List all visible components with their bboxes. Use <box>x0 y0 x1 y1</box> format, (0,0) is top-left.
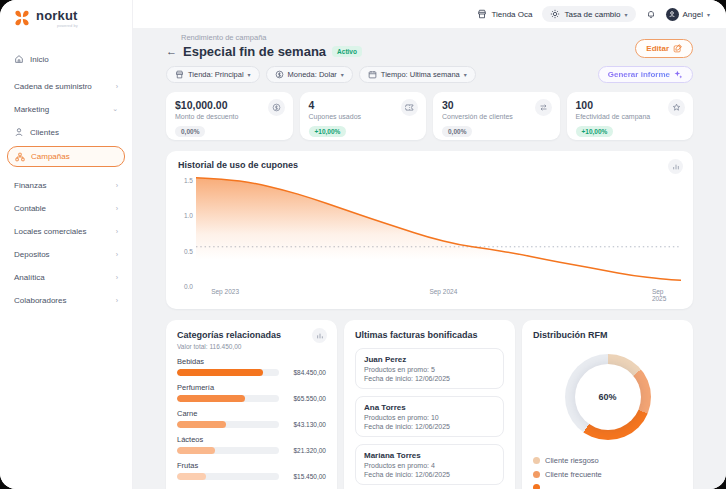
sidebar-item-finanzas[interactable]: Finanzas › <box>7 176 125 194</box>
sparkles-icon <box>674 70 683 79</box>
categories-chart-icon[interactable] <box>312 328 327 343</box>
user-menu[interactable]: Angel ▾ <box>666 8 710 21</box>
storefront-icon <box>175 70 184 79</box>
chevron-down-icon: ⌄ <box>112 105 118 113</box>
invoice-date: Fecha de inicio: 12/06/2025 <box>364 375 495 382</box>
sidebar-item-analitica[interactable]: Analítica › <box>7 268 125 286</box>
coin-icon <box>268 99 285 116</box>
legend-item: Cliente riesgoso <box>533 456 682 465</box>
kpi-delta-badge: +10,00% <box>309 126 347 137</box>
edit-button-label: Editar <box>646 44 669 53</box>
notifications-button[interactable] <box>646 9 656 19</box>
sidebar-item-marketing[interactable]: Marketing ⌄ <box>7 100 125 118</box>
chevron-right-icon: › <box>116 251 118 258</box>
legend-item <box>533 484 682 489</box>
filter-time[interactable]: Tiempo: Ultima semana ▾ <box>359 66 476 83</box>
chart-title: Historial de uso de cupones <box>178 160 681 170</box>
kpi-delta-badge: 0,00% <box>442 126 472 137</box>
sidebar-item-label: Locales comerciales <box>14 227 86 236</box>
category-row: Perfumería $65.550,00 <box>177 383 326 402</box>
sidebar-item-depositos[interactable]: Depositos › <box>7 245 125 263</box>
kpi-label: Conversión de clientes <box>442 113 551 120</box>
category-bar-track <box>177 447 279 454</box>
chevron-right-icon: › <box>116 205 118 212</box>
store-selector[interactable]: Tienda Oca <box>477 9 532 19</box>
sidebar: norkut powered by Inicio Cadena de sumin… <box>0 0 133 489</box>
chevron-down-icon: ▾ <box>341 71 344 78</box>
sidebar-item-label: Colaboradores <box>14 296 66 305</box>
invoice-customer: Ana Torres <box>364 403 495 412</box>
invoice-item[interactable]: Mariana Torres Productos en promo: 4 Fec… <box>355 444 504 485</box>
invoice-item[interactable]: Juan Perez Productos en promo: 5 Fecha d… <box>355 348 504 389</box>
category-value: $65.550,00 <box>284 395 326 402</box>
sidebar-item-contable[interactable]: Contable › <box>7 199 125 217</box>
rfm-center-value: 60% <box>598 392 616 402</box>
category-value: $43.130,00 <box>284 421 326 428</box>
category-bar-fill <box>177 447 215 454</box>
storefront-icon <box>477 9 487 19</box>
category-bar-track <box>177 369 279 376</box>
y-tick: 1.5 <box>184 177 193 184</box>
user-icon <box>14 127 24 137</box>
x-tick: Sep 2023 <box>211 288 239 295</box>
topbar: Tienda Oca Tasa de cambio ▾ Angel ▾ <box>133 0 726 28</box>
sidebar-item-label: Clientes <box>30 128 59 137</box>
area-fill <box>196 178 681 281</box>
invoice-customer: Juan Perez <box>364 355 495 364</box>
category-bar-fill <box>177 421 226 428</box>
category-name: Lácteos <box>177 435 326 444</box>
kpi-card-discount: $10,000.00 Monto de descuento 0,00% <box>166 92 293 140</box>
bell-icon <box>646 9 656 19</box>
chart-options-icon[interactable] <box>668 159 683 174</box>
sidebar-item-label: Contable <box>14 204 46 213</box>
invoice-promo: Productos en promo: 5 <box>364 366 495 373</box>
brand-name: norkut <box>36 9 78 22</box>
generate-report-label: Generar informe <box>608 70 670 79</box>
main-content: Rendimiento de campaña ← Especial fin de… <box>133 28 726 489</box>
brand-tagline: powered by <box>36 24 78 28</box>
app-window: norkut powered by Inicio Cadena de sumin… <box>0 0 726 489</box>
related-categories-card: Categorías relacionadas Valor total: 116… <box>166 320 337 489</box>
rfm-title: Distribución RFM <box>533 330 682 340</box>
user-avatar <box>666 8 679 21</box>
exchange-rate-dropdown[interactable]: Tasa de cambio ▾ <box>542 6 635 22</box>
kpi-card-effectiveness: 100 Efectividad de campana +10,00% <box>567 92 694 140</box>
sidebar-item-cadena-de-suministro[interactable]: Cadena de suministro › <box>7 77 125 95</box>
kpi-label: Efectividad de campana <box>576 113 685 120</box>
category-row: Lácteos $21.320,00 <box>177 435 326 454</box>
store-label: Tienda Oca <box>491 10 532 19</box>
category-value: $84.450,00 <box>284 369 326 376</box>
filter-currency[interactable]: Moneda: Dolar ▾ <box>266 66 353 83</box>
sidebar-item-colaboradores[interactable]: Colaboradores › <box>7 291 125 309</box>
sidebar-item-campanas[interactable]: Campañas <box>7 146 125 167</box>
category-bar-track <box>177 473 279 480</box>
category-row: Frutas $15.450,00 <box>177 461 326 480</box>
categories-title: Categorías relacionadas <box>177 330 326 340</box>
category-value: $15.450,00 <box>284 473 326 480</box>
sidebar-item-inicio[interactable]: Inicio <box>7 50 125 68</box>
legend-label: Cliente riesgoso <box>545 456 599 465</box>
coin-icon <box>275 70 284 79</box>
category-name: Bebidas <box>177 357 326 366</box>
sidebar-item-label: Campañas <box>31 152 70 161</box>
kpi-delta-badge: 0,00% <box>175 126 205 137</box>
kpi-label: Monto de descuento <box>175 113 284 120</box>
invoice-item[interactable]: Ana Torres Productos en promo: 10 Fecha … <box>355 396 504 437</box>
kpi-card-conversion: 30 Conversión de clientes 0,00% <box>433 92 560 140</box>
page-title: Especial fin de semana <box>183 44 326 59</box>
category-row: Carne $43.130,00 <box>177 409 326 428</box>
edit-button[interactable]: Editar <box>635 39 693 58</box>
back-arrow-icon[interactable]: ← <box>166 46 177 57</box>
category-bar-fill <box>177 369 263 376</box>
kpi-delta-badge: +10,00% <box>576 126 614 137</box>
filter-store-label: Tienda: Principal <box>188 70 244 79</box>
sidebar-item-label: Marketing <box>14 105 49 114</box>
sidebar-item-label: Inicio <box>30 55 49 64</box>
chart-plot-area <box>196 174 681 286</box>
rfm-distribution-card: Distribución RFM 60% Cliente riesgoso <box>522 320 693 489</box>
sidebar-item-locales-comerciales[interactable]: Locales comerciales › <box>7 222 125 240</box>
filter-store[interactable]: Tienda: Principal ▾ <box>166 66 260 83</box>
rfm-donut-chart: 60% <box>565 354 651 440</box>
generate-report-button[interactable]: Generar informe <box>598 66 693 83</box>
sidebar-item-clientes[interactable]: Clientes <box>7 123 125 141</box>
